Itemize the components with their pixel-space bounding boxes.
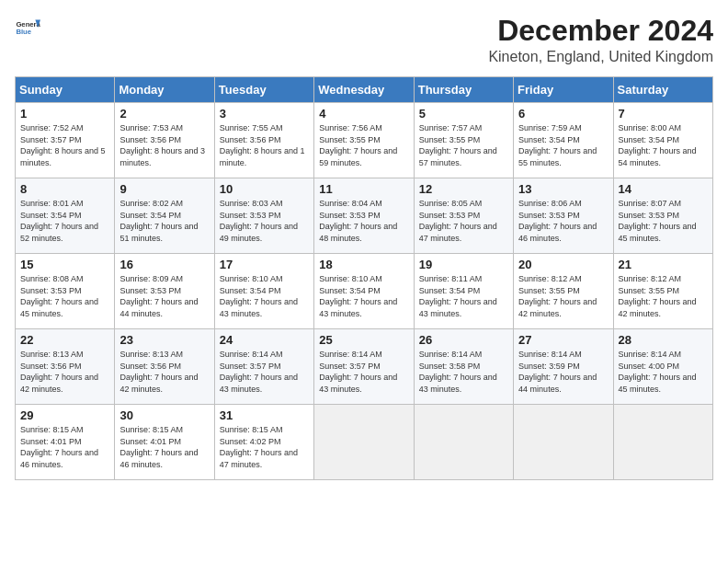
day-number: 20 — [518, 258, 608, 271]
day-number: 19 — [419, 258, 508, 271]
day-info: Sunrise: 8:11 AMSunset: 3:54 PMDaylight:… — [419, 273, 508, 319]
day-info: Sunrise: 8:15 AMSunset: 4:01 PMDaylight:… — [20, 424, 109, 470]
day-number: 7 — [619, 107, 708, 121]
day-number: 16 — [119, 258, 209, 271]
day-number: 25 — [319, 333, 408, 347]
day-info: Sunrise: 8:06 AMSunset: 3:53 PMDaylight:… — [518, 198, 608, 244]
day-number: 11 — [319, 182, 408, 196]
logo-icon: General Blue — [15, 15, 40, 40]
calendar-day-cell — [514, 405, 613, 480]
day-info: Sunrise: 8:12 AMSunset: 3:55 PMDaylight:… — [619, 273, 708, 319]
calendar-table: SundayMondayTuesdayWednesdayThursdayFrid… — [15, 76, 713, 480]
day-info: Sunrise: 8:14 AMSunset: 3:57 PMDaylight:… — [220, 349, 309, 395]
column-header-tuesday: Tuesday — [214, 77, 313, 103]
location-title: Kineton, England, United Kingdom — [488, 49, 713, 65]
calendar-day-cell: 26Sunrise: 8:14 AMSunset: 3:58 PMDayligh… — [414, 329, 513, 405]
day-info: Sunrise: 8:09 AMSunset: 3:53 PMDaylight:… — [119, 273, 209, 319]
calendar-day-cell: 16Sunrise: 8:09 AMSunset: 3:53 PMDayligh… — [115, 254, 214, 329]
day-number: 3 — [220, 107, 309, 121]
calendar-day-cell: 12Sunrise: 8:05 AMSunset: 3:53 PMDayligh… — [414, 178, 513, 254]
header: General Blue December 2024 Kineton, Engl… — [15, 15, 713, 65]
day-number: 26 — [419, 333, 508, 347]
day-info: Sunrise: 8:08 AMSunset: 3:53 PMDaylight:… — [20, 273, 109, 319]
calendar-day-cell: 11Sunrise: 8:04 AMSunset: 3:53 PMDayligh… — [314, 178, 414, 254]
month-title: December 2024 — [488, 15, 713, 47]
day-info: Sunrise: 7:57 AMSunset: 3:55 PMDaylight:… — [419, 122, 508, 168]
day-number: 23 — [119, 333, 209, 347]
calendar-day-cell — [314, 405, 414, 480]
calendar-day-cell: 27Sunrise: 8:14 AMSunset: 3:59 PMDayligh… — [514, 329, 613, 405]
day-number: 10 — [220, 182, 309, 196]
calendar-day-cell: 28Sunrise: 8:14 AMSunset: 4:00 PMDayligh… — [613, 329, 712, 405]
calendar-day-cell: 13Sunrise: 8:06 AMSunset: 3:53 PMDayligh… — [514, 178, 613, 254]
day-info: Sunrise: 8:00 AMSunset: 3:54 PMDaylight:… — [619, 122, 708, 168]
calendar-week-row: 29Sunrise: 8:15 AMSunset: 4:01 PMDayligh… — [16, 405, 713, 480]
calendar-day-cell: 6Sunrise: 7:59 AMSunset: 3:54 PMDaylight… — [514, 103, 613, 178]
calendar-day-cell — [613, 405, 712, 480]
day-number: 6 — [518, 107, 608, 121]
calendar-day-cell: 20Sunrise: 8:12 AMSunset: 3:55 PMDayligh… — [514, 254, 613, 329]
day-number: 28 — [619, 333, 708, 347]
day-info: Sunrise: 8:10 AMSunset: 3:54 PMDaylight:… — [220, 273, 309, 319]
day-info: Sunrise: 8:03 AMSunset: 3:53 PMDaylight:… — [220, 198, 309, 244]
column-header-wednesday: Wednesday — [314, 77, 414, 103]
day-info: Sunrise: 8:14 AMSunset: 4:00 PMDaylight:… — [619, 349, 708, 395]
calendar-day-cell: 10Sunrise: 8:03 AMSunset: 3:53 PMDayligh… — [214, 178, 313, 254]
calendar-day-cell: 17Sunrise: 8:10 AMSunset: 3:54 PMDayligh… — [214, 254, 313, 329]
day-info: Sunrise: 8:15 AMSunset: 4:01 PMDaylight:… — [119, 424, 209, 470]
calendar-day-cell: 7Sunrise: 8:00 AMSunset: 3:54 PMDaylight… — [613, 103, 712, 178]
calendar-day-cell: 24Sunrise: 8:14 AMSunset: 3:57 PMDayligh… — [214, 329, 313, 405]
day-number: 13 — [518, 182, 608, 196]
calendar-week-row: 15Sunrise: 8:08 AMSunset: 3:53 PMDayligh… — [16, 254, 713, 329]
day-number: 21 — [619, 258, 708, 271]
calendar-week-row: 1Sunrise: 7:52 AMSunset: 3:57 PMDaylight… — [16, 103, 713, 178]
calendar-day-cell: 8Sunrise: 8:01 AMSunset: 3:54 PMDaylight… — [16, 178, 115, 254]
day-info: Sunrise: 7:55 AMSunset: 3:56 PMDaylight:… — [220, 122, 309, 168]
column-header-monday: Monday — [115, 77, 214, 103]
day-info: Sunrise: 8:13 AMSunset: 3:56 PMDaylight:… — [119, 349, 209, 395]
title-area: December 2024 Kineton, England, United K… — [488, 15, 713, 65]
calendar-day-cell: 4Sunrise: 7:56 AMSunset: 3:55 PMDaylight… — [314, 103, 414, 178]
day-info: Sunrise: 7:52 AMSunset: 3:57 PMDaylight:… — [20, 122, 109, 168]
day-number: 4 — [319, 107, 408, 121]
day-info: Sunrise: 8:15 AMSunset: 4:02 PMDaylight:… — [220, 424, 309, 470]
day-number: 15 — [20, 258, 109, 271]
day-info: Sunrise: 7:53 AMSunset: 3:56 PMDaylight:… — [119, 122, 209, 168]
day-info: Sunrise: 8:02 AMSunset: 3:54 PMDaylight:… — [119, 198, 209, 244]
day-number: 29 — [20, 408, 109, 422]
logo: General Blue — [15, 15, 40, 40]
day-number: 18 — [319, 258, 408, 271]
day-number: 8 — [20, 182, 109, 196]
day-number: 24 — [220, 333, 309, 347]
day-info: Sunrise: 8:05 AMSunset: 3:53 PMDaylight:… — [419, 198, 508, 244]
day-number: 17 — [220, 258, 309, 271]
column-header-sunday: Sunday — [16, 77, 115, 103]
svg-text:Blue: Blue — [16, 28, 31, 36]
day-number: 30 — [119, 408, 209, 422]
day-number: 12 — [419, 182, 508, 196]
calendar-body: 1Sunrise: 7:52 AMSunset: 3:57 PMDaylight… — [16, 103, 713, 480]
column-header-friday: Friday — [514, 77, 613, 103]
day-info: Sunrise: 8:01 AMSunset: 3:54 PMDaylight:… — [20, 198, 109, 244]
day-number: 2 — [119, 107, 209, 121]
day-number: 14 — [619, 182, 708, 196]
day-info: Sunrise: 8:07 AMSunset: 3:53 PMDaylight:… — [619, 198, 708, 244]
calendar-day-cell: 23Sunrise: 8:13 AMSunset: 3:56 PMDayligh… — [115, 329, 214, 405]
calendar-day-cell: 30Sunrise: 8:15 AMSunset: 4:01 PMDayligh… — [115, 405, 214, 480]
calendar-day-cell: 3Sunrise: 7:55 AMSunset: 3:56 PMDaylight… — [214, 103, 313, 178]
calendar-day-cell: 21Sunrise: 8:12 AMSunset: 3:55 PMDayligh… — [613, 254, 712, 329]
calendar-week-row: 22Sunrise: 8:13 AMSunset: 3:56 PMDayligh… — [16, 329, 713, 405]
calendar-day-cell: 19Sunrise: 8:11 AMSunset: 3:54 PMDayligh… — [414, 254, 513, 329]
column-header-saturday: Saturday — [613, 77, 712, 103]
day-number: 31 — [220, 408, 309, 422]
day-number: 5 — [419, 107, 508, 121]
calendar-day-cell: 9Sunrise: 8:02 AMSunset: 3:54 PMDaylight… — [115, 178, 214, 254]
day-number: 27 — [518, 333, 608, 347]
calendar-day-cell: 22Sunrise: 8:13 AMSunset: 3:56 PMDayligh… — [16, 329, 115, 405]
calendar-day-cell: 25Sunrise: 8:14 AMSunset: 3:57 PMDayligh… — [314, 329, 414, 405]
day-info: Sunrise: 8:13 AMSunset: 3:56 PMDaylight:… — [20, 349, 109, 395]
day-info: Sunrise: 8:14 AMSunset: 3:59 PMDaylight:… — [518, 349, 608, 395]
day-info: Sunrise: 8:10 AMSunset: 3:54 PMDaylight:… — [319, 273, 408, 319]
day-info: Sunrise: 8:14 AMSunset: 3:58 PMDaylight:… — [419, 349, 508, 395]
day-number: 9 — [119, 182, 209, 196]
